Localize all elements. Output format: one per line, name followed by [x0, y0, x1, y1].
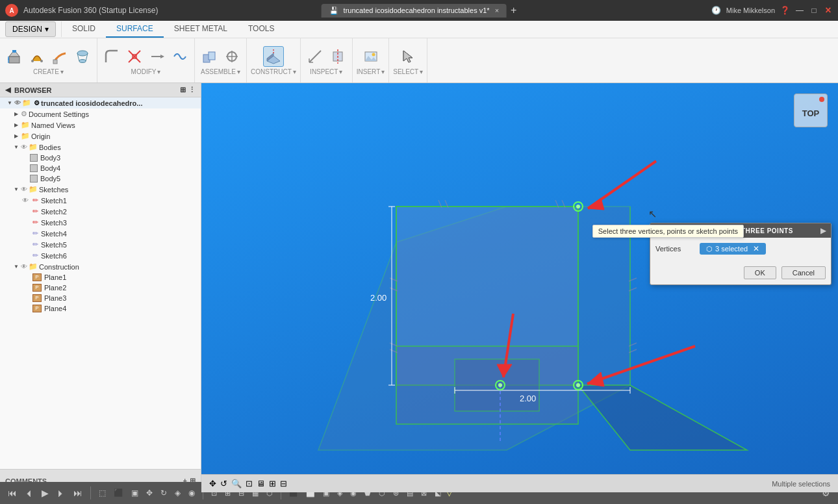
nav-prev-prev-btn[interactable]: ⏮: [5, 486, 19, 499]
create-loft-btn[interactable]: [72, 46, 93, 67]
browser-expand-icon[interactable]: ⊞: [180, 86, 186, 94]
tree-item-plane4[interactable]: P Plane4: [0, 303, 201, 314]
tree-item-sketches[interactable]: ▼ 👁 📁 Sketches: [0, 184, 201, 195]
sketch1-eye-icon[interactable]: 👁: [22, 197, 31, 204]
inspect-measure-btn[interactable]: [305, 46, 325, 67]
selected-badge[interactable]: ⬡ 3 selected ✕: [700, 243, 766, 255]
tab-sheet-metal[interactable]: SHEET METAL: [164, 21, 238, 38]
tree-item-plane2[interactable]: P Plane2: [0, 283, 201, 293]
insert-image-btn[interactable]: [361, 46, 381, 67]
modify-trim-btn[interactable]: [124, 46, 145, 67]
tree-root[interactable]: ▼ 👁 📁 ⚙ truncated icosidodecahedro...: [0, 97, 201, 108]
tree-item-body3[interactable]: Body3: [0, 153, 201, 163]
modify-stitch-btn[interactable]: [170, 46, 190, 67]
close-btn[interactable]: ×: [824, 6, 833, 15]
tree-item-construction[interactable]: ▼ 👁 📁 Construction: [0, 261, 201, 272]
nav-next-btn[interactable]: ⏵: [54, 486, 68, 499]
nav-multi-icon[interactable]: ⬛: [111, 487, 126, 499]
app-logo: A: [5, 4, 18, 17]
origin-label: Origin: [31, 132, 50, 140]
tree-item-sketch5[interactable]: ✏ Sketch5: [0, 239, 201, 250]
dialog-cancel-btn[interactable]: Cancel: [781, 266, 826, 279]
browser-content: ▼ 👁 📁 ⚙ truncated icosidodecahedro... ▶ …: [0, 97, 201, 469]
tree-item-body5[interactable]: Body5: [0, 173, 201, 184]
sketch6-label: Sketch6: [41, 252, 67, 260]
tree-item-sketch2[interactable]: ✏ Sketch2: [0, 206, 201, 217]
grid2-icon[interactable]: ⊟: [280, 479, 287, 488]
viewport-tools-left: ✥ ↺ 🔍 ⊡ 🖥 ⊞ ⊟: [209, 479, 287, 488]
create-sweep-btn[interactable]: [49, 46, 70, 67]
toolbar-group-modify: MODIFY ▾: [97, 38, 195, 82]
tab-tools[interactable]: TOOLS: [238, 21, 285, 38]
toolbar-group-select: SELECT ▾: [389, 38, 427, 82]
tree-item-sketch1[interactable]: 👁 ✏ Sketch1: [0, 195, 201, 206]
sketches-eye-icon: 👁: [21, 186, 27, 193]
insert-arrow-icon[interactable]: ▾: [381, 68, 385, 75]
minimize-btn[interactable]: —: [795, 6, 804, 15]
display-icon[interactable]: 🖥: [257, 479, 265, 488]
design-menu-btn[interactable]: DESIGN ▾: [5, 21, 56, 37]
dialog-ok-btn[interactable]: OK: [744, 266, 776, 279]
tree-item-body4[interactable]: Body4: [0, 163, 201, 173]
modify-fillet-btn[interactable]: [101, 46, 122, 67]
vertex-icon: ⬡: [706, 245, 713, 253]
dialog-arrow-right-icon[interactable]: ▶: [820, 227, 826, 235]
inspect-section-btn[interactable]: [327, 46, 348, 67]
root-eye-icon: 👁: [14, 99, 21, 107]
select-btn[interactable]: [398, 46, 418, 67]
tree-item-sketch3[interactable]: ✏ Sketch3: [0, 217, 201, 228]
tab-solid[interactable]: SOLID: [62, 21, 106, 38]
nav-prev-btn[interactable]: ⏴: [22, 486, 36, 499]
nav-play-btn[interactable]: ▶: [39, 486, 51, 499]
tab-close-btn[interactable]: ×: [495, 6, 499, 14]
nav-misc2-icon[interactable]: ◉: [186, 487, 197, 499]
tree-item-bodies[interactable]: ▼ 👁 📁 Bodies: [0, 142, 201, 153]
tree-item-plane1[interactable]: P Plane1: [0, 272, 201, 283]
create-extrude-btn[interactable]: [4, 46, 25, 67]
svg-point-64: [498, 383, 502, 387]
create-revolve-btn[interactable]: [27, 46, 47, 67]
tree-item-plane3[interactable]: P Plane3: [0, 293, 201, 303]
plane1-label: Plane1: [44, 273, 66, 281]
nav-rotate-icon[interactable]: ↻: [158, 487, 170, 499]
nav-box-icon[interactable]: ▣: [129, 487, 141, 499]
sketch1-icon: ✏: [32, 196, 38, 205]
viewport[interactable]: 2.00 2.00: [201, 83, 838, 492]
assemble-arrow-icon[interactable]: ▾: [237, 68, 240, 75]
new-tab-btn[interactable]: +: [511, 5, 516, 16]
tree-item-origin[interactable]: ▶ 📁 Origin: [0, 131, 201, 142]
zoom-icon[interactable]: 🔍: [231, 479, 242, 488]
modify-extend-btn[interactable]: [147, 46, 168, 67]
top-view-btn[interactable]: TOP: [794, 94, 828, 127]
inspect-arrow-icon[interactable]: ▾: [339, 68, 342, 75]
browser-collapse-icon[interactable]: ◀: [5, 86, 10, 94]
assemble-new-component-btn[interactable]: [199, 46, 220, 67]
construct-plane-btn[interactable]: [263, 46, 284, 67]
select-arrow-icon[interactable]: ▾: [420, 68, 423, 75]
modify-arrow-icon[interactable]: ▾: [157, 68, 160, 75]
browser-menu-icon[interactable]: ⋮: [188, 86, 196, 94]
nav-next-next-btn[interactable]: ⏭: [71, 486, 85, 499]
help-icon[interactable]: ❓: [780, 6, 790, 15]
tree-item-sketch4[interactable]: ✏ Sketch4: [0, 228, 201, 239]
svg-point-63: [576, 205, 580, 208]
fit-icon[interactable]: ⊡: [246, 479, 253, 488]
construct-arrow-icon[interactable]: ▾: [293, 68, 296, 75]
pan-icon[interactable]: ✥: [209, 479, 216, 488]
badge-clear-btn[interactable]: ✕: [753, 244, 759, 253]
svg-point-32: [372, 53, 375, 56]
body4-label: Body4: [40, 164, 60, 172]
svg-marker-16: [160, 55, 164, 58]
grid-icon[interactable]: ⊞: [269, 479, 276, 488]
tree-item-named-views[interactable]: ▶ 📁 Named Views: [0, 120, 201, 131]
nav-select-icon[interactable]: ⬚: [96, 487, 108, 499]
create-arrow-icon[interactable]: ▾: [60, 68, 64, 75]
orbit-icon[interactable]: ↺: [220, 479, 227, 488]
tab-surface[interactable]: SURFACE: [106, 21, 164, 38]
tree-item-doc-settings[interactable]: ▶ ⚙ Document Settings: [0, 108, 201, 120]
nav-misc1-icon[interactable]: ◈: [172, 487, 183, 499]
nav-move-icon[interactable]: ✥: [144, 487, 155, 499]
tree-item-sketch6[interactable]: ✏ Sketch6: [0, 250, 201, 261]
maximize-btn[interactable]: □: [809, 6, 819, 15]
assemble-joint-btn[interactable]: [222, 46, 242, 67]
